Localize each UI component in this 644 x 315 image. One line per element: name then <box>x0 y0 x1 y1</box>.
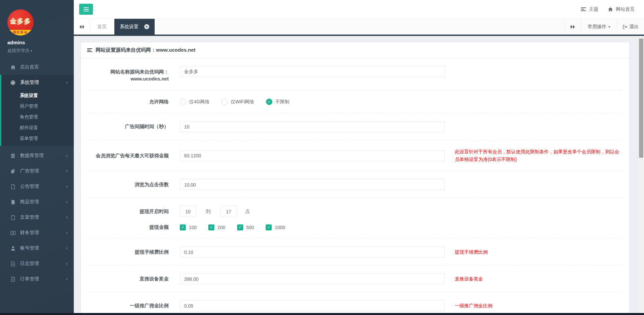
checkbox-checked-icon: ✓ <box>266 224 272 230</box>
sidebar-item-database[interactable]: 数据库管理 ‹ <box>0 148 74 163</box>
double-right-arrow-icon <box>570 25 575 29</box>
settings-form: 网站名称源码来自优码网： www.ucodes.net 允许网络 仅4G网络 <box>81 58 629 315</box>
withdraw-start-input[interactable] <box>180 206 196 217</box>
sidebar-item-system[interactable]: 系统管理 ‹ <box>1 75 74 90</box>
brand-logo-banner: 疯狂吸金 <box>7 30 34 36</box>
field-label: 直推设备奖金 <box>88 275 169 282</box>
sidebar-group-system: 系统管理 ‹ 系统设置 用户管理 角色管理 邮件设置 菜单管理 <box>0 75 74 146</box>
site-home-button[interactable]: 网站首页 <box>608 6 635 12</box>
username: admins <box>7 40 74 45</box>
withdraw-amount-checkbox-500[interactable]: ✓ 500 <box>237 224 254 230</box>
form-row-allowed-network: 允许网络 仅4G网络 仅WiFi网络 ✓ 不限制 <box>88 91 623 113</box>
direct-device-bonus-input[interactable] <box>180 273 445 284</box>
chevron-left-icon: ‹ <box>66 276 68 282</box>
field-label: 提现金额 <box>88 224 169 231</box>
sidebar-item-ads[interactable]: 广告管理 ‹ <box>0 163 74 179</box>
form-subrow-withdraw-time: 提现开启时间 到 点 <box>88 206 623 217</box>
site-name-input[interactable] <box>180 66 445 77</box>
scrollbar-thumb[interactable] <box>639 39 643 158</box>
profile-section: 金多多 疯狂吸金 admins 超级管理员▾ <box>0 0 74 59</box>
sidebar-item-label: 数据库管理 <box>20 153 44 159</box>
form-row-direct-device-bonus: 直推设备奖金 直推设备奖金 <box>88 266 623 293</box>
sidebar-item-label: 财务管理 <box>20 230 39 236</box>
sidebar-item-dashboard[interactable]: 后台首页 <box>0 59 74 75</box>
sidebar-item-label: 日志管理 <box>20 261 39 267</box>
sidebar-item-articles[interactable]: 文章管理 ‹ <box>0 210 74 225</box>
logout-button[interactable]: 退出 <box>617 19 644 35</box>
field-label: 网站名称源码来自优码网： www.ucodes.net <box>88 66 169 83</box>
sidebar-toggle-button[interactable] <box>79 4 93 15</box>
double-left-arrow-icon <box>79 25 84 29</box>
chevron-left-icon: ‹ <box>66 183 68 190</box>
withdraw-amount-checkbox-100[interactable]: ✓ 100 <box>180 224 197 230</box>
form-row-ad-interval: 广告间隔时间（秒） <box>88 113 623 140</box>
user-role-label: 超级管理员 <box>7 48 29 53</box>
chevron-left-icon: ‹ <box>66 199 68 205</box>
sidebar-subitem-mail-settings[interactable]: 邮件设置 <box>1 122 74 133</box>
tab-bar: 首页 系统设置 ✕ 常用操作 ▾ 退出 <box>74 18 644 36</box>
network-radio-wifi[interactable]: 仅WiFi网络 <box>221 99 254 105</box>
withdraw-amount-checkbox-1000[interactable]: ✓ 1000 <box>266 224 285 230</box>
sidebar-item-accounts[interactable]: 账号管理 ‹ <box>0 241 74 256</box>
sidebar-item-goods[interactable]: 商品管理 ‹ <box>0 194 74 210</box>
sidebar-item-label: 订单管理 <box>20 276 39 282</box>
sidebar-subitem-role-management[interactable]: 角色管理 <box>1 112 74 122</box>
level1-commission-input[interactable] <box>180 300 445 311</box>
panel-title: 网站设置源码来自优码网：www.ucodes.net <box>96 47 196 53</box>
chevron-left-icon: ‹ <box>66 214 68 220</box>
field-note: 直推设备奖金 <box>455 275 483 283</box>
chevron-expanded-icon: ‹ <box>66 80 68 86</box>
sidebar-item-label: 广告管理 <box>20 168 39 174</box>
field-note: 此设置针对于所有会员，默认使用此限制条件，如果更改单个会员限制，则以会员单独设置… <box>455 148 623 163</box>
field-label: 提现手续费比例 <box>88 249 169 256</box>
close-icon[interactable]: ✕ <box>144 24 149 29</box>
common-operations-dropdown[interactable]: 常用操作 ▾ <box>581 19 617 35</box>
sidebar-menu: 后台首页 系统管理 ‹ 系统设置 用户管理 角色管理 邮件设置 菜单管理 数据库… <box>0 59 74 287</box>
tab-home[interactable]: 首页 <box>90 19 114 35</box>
list-icon <box>87 48 93 52</box>
withdraw-amount-checkbox-200[interactable]: ✓ 200 <box>208 224 225 230</box>
sidebar-item-label: 文章管理 <box>20 214 39 220</box>
chevron-left-icon: ‹ <box>66 245 68 251</box>
chevron-left-icon: ‹ <box>66 153 68 159</box>
brand-logo-text: 金多多 <box>10 17 31 26</box>
form-subrow-withdraw-amounts: 提现金额 ✓ 100 ✓ 200 ✓ 500 <box>88 224 623 231</box>
scroll-tabs-left-button[interactable] <box>74 19 90 35</box>
max-daily-amount-input[interactable] <box>180 150 445 161</box>
network-radio-4g[interactable]: 仅4G网络 <box>180 99 210 105</box>
sidebar-item-logs[interactable]: 日志管理 ‹ <box>0 256 74 271</box>
content-area: 网站设置源码来自优码网：www.ucodes.net 网站名称源码来自优码网： … <box>74 36 644 315</box>
chevron-down-icon: ▾ <box>31 49 32 53</box>
tab-system-settings[interactable]: 系统设置 ✕ <box>114 19 155 35</box>
sidebar-subitem-menu-management[interactable]: 菜单管理 <box>1 133 74 144</box>
top-header: 主题 网站首页 <box>74 0 644 18</box>
sidebar-subitem-user-management[interactable]: 用户管理 <box>1 101 74 112</box>
logout-label: 退出 <box>629 24 639 30</box>
sidebar-subitem-system-settings[interactable]: 系统设置 <box>1 90 74 101</box>
sidebar-item-notices[interactable]: 公告管理 ‹ <box>0 179 74 194</box>
chevron-left-icon: ‹ <box>66 230 68 236</box>
form-row-level1-commission: 一级推广佣金比例 一级推广佣金比例 <box>88 293 623 315</box>
form-row-withdraw-fee: 提现手续费比例 提现手续费比例 <box>88 239 623 266</box>
user-role-dropdown[interactable]: 超级管理员▾ <box>7 48 74 54</box>
sidebar-item-orders[interactable]: 订单管理 ‹ <box>0 271 74 287</box>
order-file-icon <box>10 277 16 282</box>
click-multiplier-input[interactable] <box>180 179 445 190</box>
ad-interval-input[interactable] <box>180 121 445 132</box>
theme-label: 主题 <box>589 6 598 12</box>
scroll-tabs-right-button[interactable] <box>565 19 581 35</box>
sidebar-item-label: 账号管理 <box>20 245 39 251</box>
vertical-scrollbar[interactable] <box>638 36 644 315</box>
sidebar-item-finance[interactable]: 财务管理 ‹ <box>0 225 74 241</box>
withdraw-fee-input[interactable] <box>180 247 445 258</box>
bottom-edge-strip <box>0 313 644 315</box>
network-radio-unlimited[interactable]: ✓ 不限制 <box>266 99 289 105</box>
range-separator-label: 到 <box>206 209 211 215</box>
theme-button[interactable]: 主题 <box>581 6 598 12</box>
withdraw-end-input[interactable] <box>220 206 237 217</box>
file-icon <box>10 215 16 220</box>
tab-label: 系统设置 <box>120 24 139 30</box>
field-note: 提现手续费比例 <box>455 248 488 256</box>
field-label: 一级推广佣金比例 <box>88 302 169 309</box>
field-note: 一级推广佣金比例 <box>455 302 492 310</box>
